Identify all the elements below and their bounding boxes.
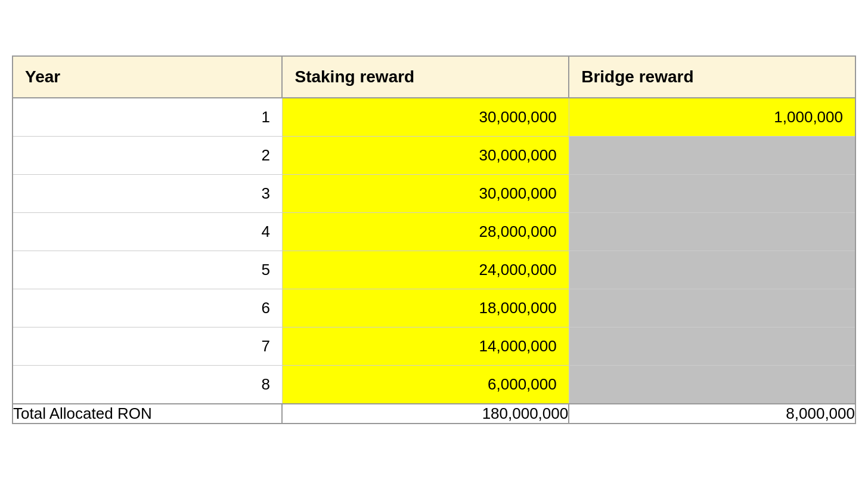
table-row: 618,000,000 [13, 289, 855, 327]
rewards-table: Year Staking reward Bridge reward 130,00… [12, 55, 856, 424]
cell-bridge [569, 327, 855, 365]
cell-bridge [569, 251, 855, 289]
cell-bridge [569, 174, 855, 212]
cell-bridge [569, 365, 855, 404]
header-staking-reward: Staking reward [282, 56, 569, 98]
header-bridge-reward: Bridge reward [569, 56, 855, 98]
table-row: 230,000,000 [13, 136, 855, 174]
table-row: 330,000,000 [13, 174, 855, 212]
cell-year: 4 [13, 212, 282, 251]
cell-year: 3 [13, 174, 282, 212]
cell-bridge [569, 136, 855, 174]
total-bridge: 8,000,000 [569, 404, 855, 424]
cell-year: 2 [13, 136, 282, 174]
cell-bridge [569, 212, 855, 251]
cell-staking: 28,000,000 [282, 212, 569, 251]
total-row: Total Allocated RON 180,000,000 8,000,00… [13, 404, 855, 424]
table-row: 130,000,0001,000,000 [13, 98, 855, 137]
cell-staking: 6,000,000 [282, 365, 569, 404]
header-year: Year [13, 56, 282, 98]
cell-bridge: 1,000,000 [569, 98, 855, 137]
cell-staking: 24,000,000 [282, 251, 569, 289]
cell-year: 1 [13, 98, 282, 137]
table-header-row: Year Staking reward Bridge reward [13, 56, 855, 98]
table-row: 428,000,000 [13, 212, 855, 251]
cell-staking: 18,000,000 [282, 289, 569, 327]
cell-staking: 30,000,000 [282, 174, 569, 212]
cell-staking: 14,000,000 [282, 327, 569, 365]
table-row: 86,000,000 [13, 365, 855, 404]
total-label: Total Allocated RON [13, 404, 282, 424]
cell-staking: 30,000,000 [282, 98, 569, 137]
cell-year: 6 [13, 289, 282, 327]
cell-year: 5 [13, 251, 282, 289]
cell-year: 7 [13, 327, 282, 365]
table-row: 524,000,000 [13, 251, 855, 289]
table-row: 714,000,000 [13, 327, 855, 365]
cell-year: 8 [13, 365, 282, 404]
table-container: Year Staking reward Bridge reward 130,00… [0, 44, 868, 436]
cell-bridge [569, 289, 855, 327]
cell-staking: 30,000,000 [282, 136, 569, 174]
total-staking: 180,000,000 [282, 404, 569, 424]
